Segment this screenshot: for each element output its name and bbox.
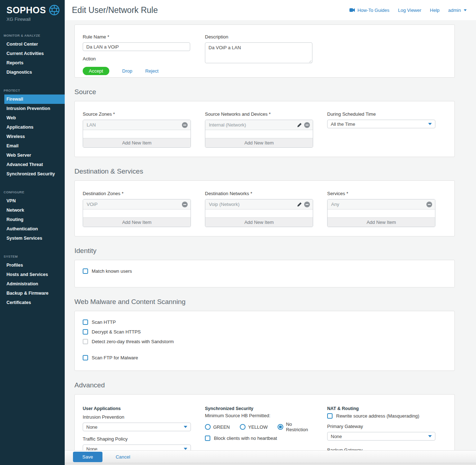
action-accept-button[interactable]: Accept bbox=[83, 67, 109, 75]
decrypt-scan-https-label: Decrypt & Scan HTTPS bbox=[92, 329, 141, 335]
app-window: SOPHOS bbox=[0, 0, 476, 465]
block-no-heartbeat-checkbox[interactable] bbox=[205, 436, 210, 441]
sidebar-item-firewall[interactable]: Firewall bbox=[4, 95, 65, 104]
identity-card: Match known users bbox=[74, 260, 455, 287]
howto-guides-link[interactable]: How-To Guides bbox=[349, 8, 389, 13]
radio-option-green[interactable]: GREEN bbox=[205, 424, 230, 430]
sidebar-item-advanced-threat[interactable]: Advanced Threat bbox=[0, 160, 65, 169]
minus-circle-icon[interactable] bbox=[304, 122, 310, 128]
help-link[interactable]: Help bbox=[430, 8, 440, 13]
description-textarea[interactable]: Da VOiP a LAN bbox=[205, 42, 312, 63]
sidebar-item-web-server[interactable]: Web Server bbox=[0, 151, 65, 160]
minus-circle-icon[interactable] bbox=[304, 202, 310, 207]
howto-guides-label: How-To Guides bbox=[357, 8, 389, 13]
source-networks-listbox: Internal (Network) Add New Item bbox=[205, 120, 313, 148]
nav-section-configure: CONFIGURE bbox=[4, 190, 65, 194]
sidebar-item-system-services[interactable]: System Services bbox=[0, 234, 65, 243]
bottom-scrollbar-track[interactable] bbox=[65, 463, 476, 465]
list-item-label: LAN bbox=[87, 122, 96, 128]
sidebar-item-diagnostics[interactable]: Diagnostics bbox=[0, 68, 65, 77]
radio-option-no-restriction[interactable]: No Restriction bbox=[278, 422, 313, 432]
sidebar-item-reports[interactable]: Reports bbox=[0, 58, 65, 68]
sidebar-item-control-center[interactable]: Control Center bbox=[0, 40, 65, 49]
decrypt-scan-https-checkbox[interactable] bbox=[83, 329, 88, 335]
match-known-users-checkbox[interactable] bbox=[83, 268, 88, 274]
primary-gateway-select[interactable]: None bbox=[327, 432, 435, 441]
brand-product: XG Firewall bbox=[6, 17, 65, 22]
nav-section-protect: PROTECT bbox=[4, 89, 65, 92]
cancel-link[interactable]: Cancel bbox=[116, 454, 130, 460]
radio-icon[interactable] bbox=[240, 424, 246, 430]
sidebar-item-routing[interactable]: Routing bbox=[0, 215, 65, 224]
sidebar-item-web[interactable]: Web bbox=[0, 113, 65, 123]
sidebar-item-certificates[interactable]: Certificates bbox=[0, 298, 65, 307]
nav-section-monitor: MONITOR & ANALYZE bbox=[4, 34, 65, 37]
caret-down-icon bbox=[464, 9, 467, 11]
list-item-label: Voip (Network) bbox=[209, 202, 239, 207]
list-item: Internal (Network) bbox=[205, 120, 313, 130]
intrusion-prevention-select[interactable]: None bbox=[83, 423, 191, 431]
destination-heading: Destination & Services bbox=[74, 167, 455, 175]
sidebar-item-vpn[interactable]: VPN bbox=[0, 196, 65, 206]
add-new-item-button[interactable]: Add New Item bbox=[205, 217, 313, 227]
intrusion-prevention-label: Intrusion Prevention bbox=[83, 414, 191, 420]
caret-down-icon bbox=[184, 426, 187, 428]
sidebar-item-wireless[interactable]: Wireless bbox=[0, 132, 65, 141]
sidebar-item-intrusion-prevention[interactable]: Intrusion Prevention bbox=[0, 104, 65, 113]
minus-circle-icon[interactable] bbox=[182, 202, 188, 207]
traffic-shaping-label: Traffic Shaping Policy bbox=[83, 436, 191, 442]
sidebar-item-backup-firmware[interactable]: Backup & Firmware bbox=[0, 289, 65, 298]
min-source-hb-label: Minimum Source HB Permitted: bbox=[205, 413, 313, 418]
add-new-item-button[interactable]: Add New Item bbox=[205, 138, 313, 147]
pencil-icon[interactable] bbox=[297, 123, 302, 128]
add-new-item-button[interactable]: Add New Item bbox=[83, 138, 191, 147]
minus-circle-icon[interactable] bbox=[182, 122, 188, 128]
radio-icon[interactable] bbox=[205, 424, 211, 430]
add-new-item-button[interactable]: Add New Item bbox=[83, 217, 191, 227]
list-item-label: Internal (Network) bbox=[209, 122, 246, 128]
sidebar-item-current-activities[interactable]: Current Activities bbox=[0, 49, 65, 58]
action-drop-link[interactable]: Drop bbox=[122, 68, 132, 74]
admin-menu[interactable]: admin bbox=[448, 8, 467, 13]
add-new-item-button[interactable]: Add New Item bbox=[328, 217, 435, 227]
pencil-icon[interactable] bbox=[297, 202, 302, 207]
sidebar-item-network[interactable]: Network bbox=[0, 206, 65, 215]
main-area: Edit User/Network Rule How-To Guides Log… bbox=[65, 0, 476, 465]
scan-ftp-checkbox[interactable] bbox=[83, 355, 88, 360]
masquerading-checkbox[interactable] bbox=[327, 413, 333, 419]
primary-gateway-label: Primary Gateway bbox=[327, 424, 435, 429]
advanced-heading: Advanced bbox=[74, 381, 455, 389]
list-item-label: VOiP bbox=[87, 202, 97, 207]
minus-circle-icon[interactable] bbox=[426, 202, 432, 207]
intrusion-prevention-value: None bbox=[86, 424, 97, 430]
sidebar-item-synchronized-security[interactable]: Synchronized Security bbox=[0, 169, 65, 179]
radio-option-yellow[interactable]: YELLOW bbox=[240, 424, 267, 430]
log-viewer-link[interactable]: Log Viewer bbox=[398, 8, 421, 13]
sidebar-item-profiles[interactable]: Profiles bbox=[0, 261, 65, 270]
scan-http-checkbox[interactable] bbox=[83, 319, 88, 325]
sidebar-item-administration[interactable]: Administration bbox=[0, 279, 65, 289]
services-label: Services * bbox=[327, 191, 435, 196]
sidebar-item-hosts-and-services[interactable]: Hosts and Services bbox=[0, 270, 65, 279]
nav-section-system: SYSTEM bbox=[4, 255, 65, 258]
destination-zones-label: Destination Zones * bbox=[83, 191, 191, 196]
masquerading-label: Rewrite source address (Masquerading) bbox=[336, 413, 419, 419]
log-viewer-label: Log Viewer bbox=[398, 8, 421, 13]
description-label: Description bbox=[205, 34, 313, 40]
save-button[interactable]: Save bbox=[73, 452, 102, 462]
listbox-spacer bbox=[328, 210, 435, 217]
block-no-heartbeat-label: Block clients with no heartbeat bbox=[214, 436, 277, 441]
sidebar-item-applications[interactable]: Applications bbox=[0, 123, 65, 132]
help-label: Help bbox=[430, 8, 440, 13]
scheduled-time-select[interactable]: All the Time bbox=[327, 120, 435, 128]
sandstorm-label: Detect zero-day threats with Sandstorm bbox=[92, 339, 174, 344]
sidebar-item-email[interactable]: Email bbox=[0, 141, 65, 151]
action-reject-link[interactable]: Reject bbox=[145, 68, 159, 74]
source-networks-label: Source Networks and Devices * bbox=[205, 111, 313, 117]
rule-name-input[interactable] bbox=[83, 42, 190, 51]
page-title: Edit User/Network Rule bbox=[72, 5, 158, 15]
scan-http-label: Scan HTTP bbox=[92, 319, 116, 325]
radio-icon-selected[interactable] bbox=[278, 424, 283, 430]
sidebar-item-authentication[interactable]: Authentication bbox=[0, 224, 65, 234]
listbox-spacer bbox=[205, 130, 313, 138]
